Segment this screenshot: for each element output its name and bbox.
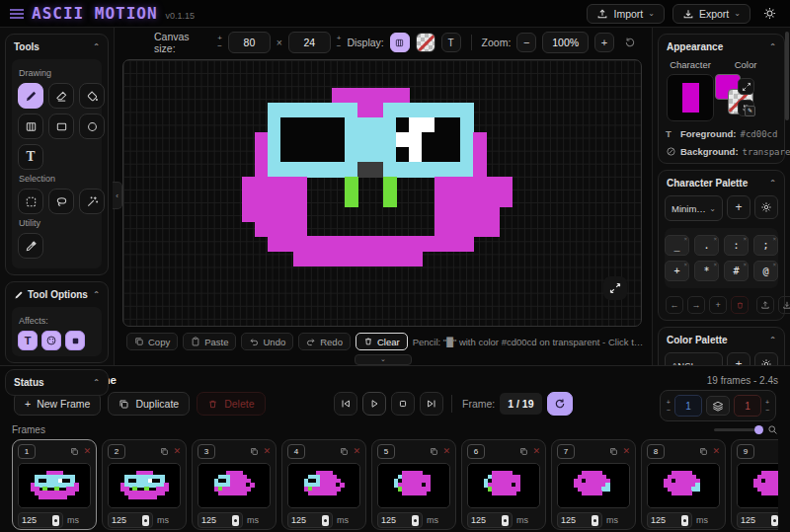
remove-char-icon[interactable]: ×: [683, 261, 687, 267]
add-palette-button[interactable]: +: [727, 195, 750, 219]
affects-color-toggle[interactable]: [41, 331, 61, 350]
loop-toggle-button[interactable]: [547, 392, 573, 416]
canvas-collapse-chevron[interactable]: ⌄: [355, 354, 412, 365]
palette-character-button[interactable]: *×: [694, 261, 719, 281]
palette-settings-button[interactable]: [754, 195, 778, 219]
affects-background-toggle[interactable]: [65, 331, 85, 350]
palette-character-button[interactable]: #×: [724, 261, 749, 281]
eraser-tool[interactable]: [48, 83, 74, 109]
duplicate-frame-icon[interactable]: [160, 447, 169, 456]
duplicate-frame-icon[interactable]: [699, 447, 708, 456]
delete-char-button[interactable]: [731, 296, 749, 314]
download-palette-button[interactable]: [778, 296, 790, 314]
frame-card-1[interactable]: 1 ✕ 125 ms: [12, 439, 97, 530]
delete-frame-icon[interactable]: ✕: [532, 447, 540, 456]
select-tool[interactable]: [18, 189, 43, 214]
add-char-button[interactable]: +: [709, 296, 727, 314]
frame-duration-input[interactable]: 125: [647, 512, 692, 528]
onion-skin-toggle[interactable]: [706, 396, 730, 416]
palette-character-button[interactable]: .×: [694, 235, 719, 256]
width-stepper[interactable]: +−: [217, 36, 222, 49]
swap-colors-button[interactable]: [738, 78, 754, 95]
play-button[interactable]: [362, 392, 386, 416]
zoom-reset-button[interactable]: [620, 33, 640, 52]
sidebar-scrollbar[interactable]: [785, 32, 789, 120]
sidebar-collapse-handle[interactable]: ‹: [113, 182, 122, 209]
theme-toggle-button[interactable]: [758, 3, 780, 25]
fill-tool[interactable]: [79, 83, 105, 109]
onion-next-count[interactable]: 1: [734, 395, 761, 417]
frame-card-9[interactable]: 9 ✕ 125 ms: [731, 439, 778, 530]
move-char-left-button[interactable]: ←: [666, 296, 683, 314]
frame-duration-input[interactable]: 125: [198, 512, 243, 528]
move-char-right-button[interactable]: →: [687, 296, 705, 314]
drawing-canvas[interactable]: [122, 59, 642, 327]
onion-next-stepper[interactable]: +−: [765, 400, 769, 413]
color-palette-select[interactable]: ANSI 16-Col ⌄: [665, 352, 723, 365]
frame-card-8[interactable]: 8 ✕ 125 ms: [641, 439, 726, 530]
clear-button[interactable]: Clear: [356, 333, 408, 350]
frame-duration-input[interactable]: 125: [108, 512, 153, 528]
export-button[interactable]: Export ⌄: [672, 4, 750, 24]
paste-button[interactable]: Paste: [183, 333, 236, 350]
palette-character-button[interactable]: ;×: [753, 235, 778, 256]
delete-frame-icon[interactable]: ✕: [622, 447, 630, 456]
character-preview[interactable]: [667, 74, 714, 121]
remove-char-icon[interactable]: ×: [713, 261, 717, 267]
frame-card-5[interactable]: 5 ✕ 125 ms: [371, 439, 456, 530]
delete-frame-icon[interactable]: ✕: [353, 447, 360, 456]
delete-frame-icon[interactable]: ✕: [173, 447, 181, 456]
display-grid-toggle[interactable]: [390, 33, 410, 52]
remove-char-icon[interactable]: ×: [743, 261, 747, 267]
remove-char-icon[interactable]: ×: [743, 235, 747, 242]
display-transparency-toggle[interactable]: [416, 33, 435, 52]
skip-to-start-button[interactable]: [334, 392, 357, 416]
frame-card-6[interactable]: 6 ✕ 125 ms: [461, 439, 546, 530]
chevron-up-icon[interactable]: ⌃: [93, 378, 100, 387]
ellipse-tool[interactable]: [79, 114, 105, 139]
upload-palette-button[interactable]: [756, 296, 774, 314]
slider-knob[interactable]: [754, 425, 763, 434]
frame-duration-input[interactable]: 125: [18, 512, 63, 528]
color-palette-settings-button[interactable]: [754, 352, 778, 365]
duplicate-frame-icon[interactable]: [70, 447, 79, 456]
delete-frame-button[interactable]: Delete: [197, 392, 265, 416]
frame-duration-input[interactable]: 125: [737, 512, 778, 528]
chevron-up-icon[interactable]: ⌃: [93, 42, 100, 51]
frame-duration-input[interactable]: 125: [557, 512, 602, 528]
palette-character-button[interactable]: @×: [753, 261, 778, 281]
frame-card-7[interactable]: 7 ✕ 125 ms: [551, 439, 636, 530]
zoom-in-button[interactable]: +: [594, 33, 614, 52]
delete-frame-icon[interactable]: ✕: [83, 447, 91, 456]
magic-wand-tool[interactable]: [79, 189, 105, 214]
frame-duration-input[interactable]: 125: [287, 512, 333, 528]
copy-button[interactable]: Copy: [126, 333, 178, 350]
undo-button[interactable]: Undo: [241, 333, 293, 350]
character-palette-select[interactable]: Minimal ASC ⌄: [665, 195, 723, 221]
chevron-up-icon[interactable]: ⌃: [769, 42, 776, 51]
canvas-expand-button[interactable]: [603, 276, 627, 300]
gradient-tool[interactable]: [18, 114, 43, 139]
delete-frame-icon[interactable]: ✕: [442, 447, 450, 456]
remove-char-icon[interactable]: ×: [713, 235, 717, 242]
eyedropper-tool[interactable]: [18, 233, 43, 259]
duplicate-frame-icon[interactable]: [430, 447, 438, 456]
canvas-width-input[interactable]: 80: [228, 32, 271, 53]
skip-to-end-button[interactable]: [420, 392, 443, 416]
frame-duration-input[interactable]: 125: [467, 512, 513, 528]
frame-duration-input[interactable]: 125: [377, 512, 423, 528]
delete-frame-icon[interactable]: ✕: [263, 447, 271, 456]
zoom-out-button[interactable]: −: [516, 33, 536, 52]
slider-track[interactable]: [714, 428, 761, 431]
duplicate-frame-icon[interactable]: [250, 447, 259, 456]
frame-card-2[interactable]: 2 ✕ 125 ms: [102, 439, 187, 530]
display-text-toggle[interactable]: T: [441, 33, 461, 52]
palette-character-button[interactable]: +×: [665, 261, 689, 281]
redo-button[interactable]: Redo: [298, 333, 351, 350]
text-tool[interactable]: T: [18, 144, 43, 170]
palette-character-button[interactable]: _×: [665, 235, 689, 256]
rectangle-tool[interactable]: [48, 114, 74, 139]
add-color-palette-button[interactable]: +: [727, 352, 750, 365]
palette-character-button[interactable]: :×: [724, 235, 749, 256]
import-button[interactable]: Import ⌄: [587, 4, 664, 24]
